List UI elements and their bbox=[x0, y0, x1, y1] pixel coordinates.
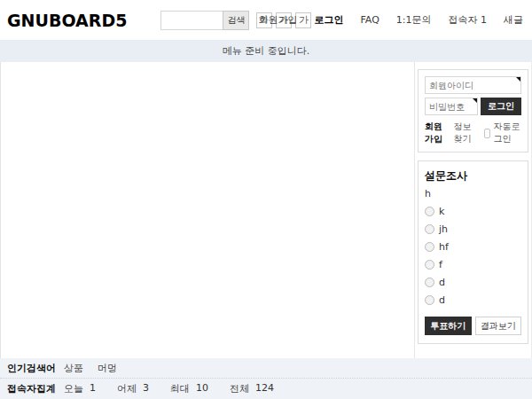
radio-icon[interactable] bbox=[425, 278, 434, 287]
stat-key: 어제 bbox=[117, 382, 137, 395]
required-marker-icon bbox=[516, 77, 520, 82]
radio-icon[interactable] bbox=[425, 224, 434, 234]
visitor-stat-today: 오늘 1 bbox=[64, 382, 96, 395]
poll-option-label: jh bbox=[439, 223, 448, 235]
poll-vote-button[interactable]: 투표하기 bbox=[425, 317, 472, 335]
header: GNUBOARD5 검색 가 가 가 회원가입 로그인 FAQ 1:1문의 접속… bbox=[0, 0, 532, 40]
sidebar: 로그인 회원가입 정보찾기 자동로그인 설문조사 h k bbox=[414, 62, 531, 358]
stat-value: 3 bbox=[143, 382, 149, 395]
stat-key: 오늘 bbox=[64, 382, 83, 395]
login-links: 회원가입 정보찾기 자동로그인 bbox=[425, 121, 521, 145]
footer: 인기검색어 상품 머멍 접속자집계 오늘 1 어제 3 최대 10 bbox=[0, 358, 532, 399]
nav-new-posts[interactable]: 새글 bbox=[504, 13, 523, 27]
nav-connected-users[interactable]: 접속자 1 bbox=[449, 13, 488, 27]
menu-notice-text: 메뉴 준비 중입니다. bbox=[223, 44, 310, 58]
visitor-stat-max: 최대 10 bbox=[170, 382, 208, 395]
popular-search-item[interactable]: 머멍 bbox=[98, 362, 117, 375]
poll-option[interactable]: d bbox=[425, 294, 521, 306]
login-box: 로그인 회원가입 정보찾기 자동로그인 bbox=[418, 69, 528, 153]
menu-notice-bar: 메뉴 준비 중입니다. bbox=[0, 40, 532, 62]
page: GNUBOARD5 검색 가 가 가 회원가입 로그인 FAQ 1:1문의 접속… bbox=[0, 0, 532, 399]
password-input[interactable] bbox=[425, 98, 478, 115]
member-id-field-wrap bbox=[425, 76, 521, 94]
radio-icon[interactable] bbox=[425, 260, 434, 270]
poll-result-button[interactable]: 결과보기 bbox=[475, 317, 522, 335]
nav-qna[interactable]: 1:1문의 bbox=[396, 13, 432, 27]
search-input[interactable] bbox=[160, 11, 223, 30]
radio-icon[interactable] bbox=[425, 295, 434, 305]
poll-buttons: 투표하기 결과보기 bbox=[425, 317, 521, 335]
stat-value: 124 bbox=[255, 382, 274, 395]
radio-icon[interactable] bbox=[425, 242, 434, 252]
nav-signup[interactable]: 회원가입 bbox=[258, 13, 297, 27]
required-marker-icon bbox=[473, 98, 477, 103]
popular-search-items: 상품 머멍 bbox=[64, 362, 117, 375]
poll-title: 설문조사 bbox=[425, 168, 521, 184]
poll-option[interactable]: d bbox=[425, 277, 521, 288]
nav-login[interactable]: 로그인 bbox=[314, 13, 343, 27]
visitor-stats-row: 접속자집계 오늘 1 어제 3 최대 10 전체 124 bbox=[0, 379, 532, 399]
password-field-wrap bbox=[425, 98, 478, 115]
search-button[interactable]: 검색 bbox=[223, 11, 249, 30]
popular-search-row: 인기검색어 상품 머멍 bbox=[0, 358, 532, 379]
auto-login-label: 자동로그인 bbox=[493, 121, 521, 145]
poll-option-label: d bbox=[439, 294, 445, 306]
poll-option[interactable]: hf bbox=[425, 241, 521, 253]
visitor-stat-yesterday: 어제 3 bbox=[117, 382, 149, 395]
poll-box: 설문조사 h k jh hf f bbox=[418, 160, 528, 344]
popular-search-item[interactable]: 상품 bbox=[64, 362, 83, 375]
main-content-empty bbox=[1, 62, 414, 358]
nav-faq[interactable]: FAQ bbox=[360, 14, 379, 26]
poll-option[interactable]: jh bbox=[425, 223, 521, 235]
member-id-input[interactable] bbox=[425, 76, 521, 94]
site-logo[interactable]: GNUBOARD5 bbox=[7, 11, 127, 30]
stat-value: 10 bbox=[196, 382, 208, 395]
visitor-stats: 오늘 1 어제 3 최대 10 전체 124 bbox=[64, 382, 295, 395]
password-row: 로그인 bbox=[425, 98, 521, 115]
visitor-stat-total: 전체 124 bbox=[230, 382, 274, 395]
top-nav: 회원가입 로그인 FAQ 1:1문의 접속자 1 새글 bbox=[258, 0, 523, 40]
login-button[interactable]: 로그인 bbox=[481, 98, 521, 115]
radio-icon[interactable] bbox=[425, 207, 434, 216]
poll-option[interactable]: k bbox=[425, 206, 521, 217]
visitor-stats-label: 접속자집계 bbox=[7, 382, 60, 395]
main-area: 로그인 회원가입 정보찾기 자동로그인 설문조사 h k bbox=[0, 62, 532, 358]
poll-option-label: hf bbox=[439, 241, 449, 253]
poll-question: h bbox=[425, 188, 521, 200]
popular-search-label: 인기검색어 bbox=[7, 362, 60, 375]
search-box: 검색 bbox=[160, 11, 249, 30]
auto-login-checkbox[interactable] bbox=[484, 129, 491, 138]
poll-option-label: k bbox=[439, 206, 444, 217]
poll-option[interactable]: f bbox=[425, 259, 521, 270]
stat-key: 최대 bbox=[170, 382, 190, 395]
auto-login-toggle[interactable]: 자동로그인 bbox=[484, 121, 521, 145]
stat-key: 전체 bbox=[230, 382, 249, 395]
poll-option-label: f bbox=[439, 259, 442, 270]
find-info-link[interactable]: 정보찾기 bbox=[453, 121, 476, 145]
poll-option-label: d bbox=[439, 277, 445, 288]
stat-value: 1 bbox=[90, 382, 96, 395]
signup-link[interactable]: 회원가입 bbox=[425, 121, 448, 145]
